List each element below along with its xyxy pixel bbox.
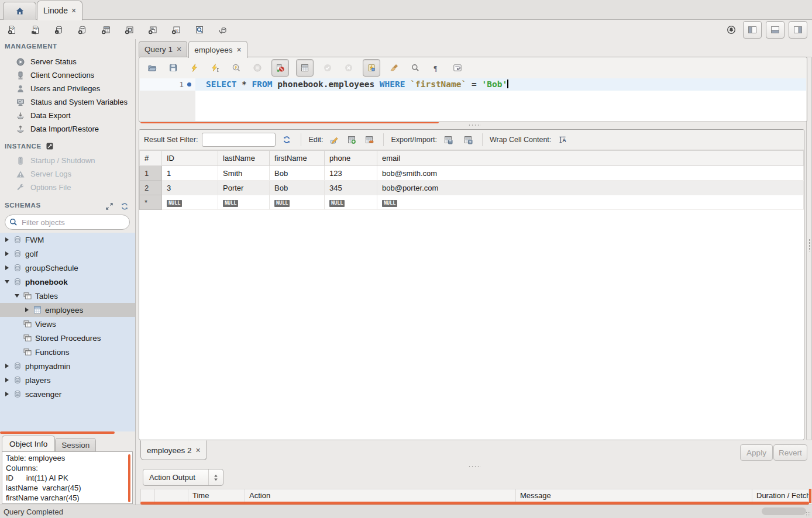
cell[interactable]: 345 — [325, 181, 377, 195]
chevron-right-icon[interactable] — [4, 251, 10, 256]
close-icon[interactable]: × — [71, 6, 76, 15]
invisible-chars-button[interactable]: ¶ — [429, 61, 443, 75]
output-column-time[interactable]: Time — [188, 489, 245, 502]
result-set-filter-input[interactable] — [202, 133, 276, 147]
cell[interactable]: Bob — [270, 166, 325, 181]
chevron-right-icon[interactable] — [4, 265, 10, 270]
cell[interactable]: NULL — [377, 195, 804, 210]
schema-filter-input[interactable] — [20, 217, 129, 227]
tab-query-1[interactable]: Query 1 × — [139, 41, 187, 57]
close-icon[interactable]: × — [196, 446, 201, 455]
export-records-button[interactable] — [441, 133, 455, 147]
cell[interactable]: NULL — [162, 195, 218, 210]
create-view-button[interactable] — [122, 22, 137, 37]
schema-info-button[interactable] — [51, 22, 67, 37]
save-button[interactable] — [166, 61, 180, 75]
table-row[interactable]: 11SmithBob123bob@smith.com — [140, 166, 804, 181]
sidebar-item-server-logs[interactable]: Server Logs — [0, 167, 135, 181]
cell[interactable]: NULL — [325, 195, 377, 210]
reconnect-db-button[interactable] — [215, 22, 230, 37]
connection-tab[interactable]: Linode × — [37, 1, 82, 20]
open-file-button[interactable] — [145, 61, 159, 75]
tree-item-fwm[interactable]: FWM — [0, 233, 135, 247]
edit-record-button[interactable] — [327, 133, 341, 147]
sidebar-item-data-export[interactable]: Data Export — [0, 109, 135, 122]
find-button[interactable] — [408, 61, 422, 75]
import-records-button[interactable] — [461, 133, 475, 147]
tree-item-players[interactable]: players — [0, 373, 135, 387]
notifications-button[interactable] — [724, 22, 739, 37]
table-row[interactable]: 23PorterBob345bob@porter.com — [140, 181, 804, 195]
cell[interactable]: bob@smith.com — [377, 166, 804, 181]
home-tab[interactable] — [3, 2, 36, 20]
toggle-right-panel-button[interactable] — [789, 21, 807, 39]
autocommit-button[interactable] — [363, 59, 380, 77]
execute-current-button[interactable] — [208, 61, 222, 75]
output-column-empty[interactable] — [155, 489, 188, 502]
toggle-left-panel-button[interactable] — [743, 21, 762, 39]
cell[interactable]: Smith — [218, 166, 270, 181]
chevron-right-icon[interactable] — [4, 378, 10, 382]
tree-item-tables[interactable]: Tables — [0, 289, 135, 303]
add-record-button[interactable] — [345, 133, 359, 147]
selector-stepper[interactable] — [208, 469, 223, 485]
execute-button[interactable] — [187, 61, 201, 75]
explain-button[interactable] — [229, 61, 243, 75]
refresh-schemas-icon[interactable] — [120, 202, 129, 211]
output-column-action[interactable]: Action — [245, 489, 516, 502]
open-sql-file-button[interactable]: SQL — [28, 22, 43, 37]
tree-item-employees[interactable]: employees — [0, 303, 135, 317]
column-header-row-number[interactable]: # — [140, 151, 162, 166]
cell[interactable]: bob@porter.com — [377, 181, 804, 195]
column-header-email[interactable]: email — [377, 151, 804, 166]
tree-item-golf[interactable]: golf — [0, 247, 135, 261]
revert-button[interactable]: Revert — [773, 444, 807, 461]
expand-icon[interactable] — [105, 202, 114, 211]
chevron-right-icon[interactable] — [23, 308, 30, 312]
action-output-selector[interactable]: Action Output — [143, 469, 223, 486]
sidebar-item-server-status[interactable]: Server Status — [0, 55, 135, 68]
cell[interactable]: 123 — [325, 166, 377, 181]
code-area[interactable]: SELECT * FROM phonebook.employees WHERE … — [195, 78, 806, 121]
create-table-button[interactable] — [98, 22, 113, 37]
tree-item-stored-procedures[interactable]: Stored Procedures — [0, 331, 135, 345]
column-header-firstname[interactable]: firstName — [270, 151, 325, 166]
toggle-bottom-panel-button[interactable] — [766, 21, 785, 39]
tab-session[interactable]: Session — [55, 438, 96, 452]
sidebar-item-startup-shutdown[interactable]: Startup / Shutdown — [0, 154, 135, 167]
column-header-lastname[interactable]: lastName — [218, 151, 270, 166]
cell[interactable]: Porter — [218, 181, 270, 195]
refresh-button[interactable] — [280, 133, 294, 147]
output-column-empty[interactable] — [141, 489, 155, 502]
close-icon[interactable]: × — [237, 45, 242, 54]
placeholder-row[interactable]: *NULLNULLNULLNULLNULL — [140, 195, 804, 210]
wrap-text-button[interactable] — [450, 61, 465, 75]
resize-grip[interactable] — [806, 512, 811, 517]
new-sql-tab-button[interactable]: SQL — [5, 22, 20, 37]
wrap-content-button[interactable]: A — [555, 133, 569, 147]
commit-button[interactable] — [321, 61, 335, 75]
create-schema-button[interactable] — [75, 22, 90, 37]
tree-item-groupschedule[interactable]: groupSchedule — [0, 261, 135, 275]
column-header-phone[interactable]: phone — [325, 151, 377, 166]
editor-result-splitter[interactable] — [468, 124, 481, 126]
output-column-duration-fetch[interactable]: Duration / Fetch — [752, 489, 809, 502]
sidebar-horizontal-scrollbar[interactable] — [0, 431, 115, 434]
create-function-button[interactable]: f() — [168, 22, 184, 37]
tree-item-functions[interactable]: Functions — [0, 345, 135, 359]
column-header-id[interactable]: ID — [162, 151, 218, 166]
limit-rows-button[interactable] — [296, 59, 314, 77]
toggle-stop-on-error-button[interactable] — [271, 59, 289, 77]
cell[interactable]: Bob — [270, 181, 325, 195]
sidebar-item-data-import-restore[interactable]: Data Import/Restore — [0, 122, 135, 136]
tree-item-views[interactable]: Views — [0, 317, 135, 331]
sql-editor[interactable]: 1 SELECT * FROM phonebook.employees WHER… — [140, 78, 806, 121]
output-column-message[interactable]: Message — [516, 489, 752, 502]
tab-employees-2[interactable]: employees 2 × — [140, 440, 207, 460]
search-data-button[interactable] — [192, 22, 207, 37]
cell[interactable]: NULL — [218, 195, 270, 210]
cell[interactable]: 3 — [162, 181, 218, 195]
chevron-down-icon[interactable] — [13, 294, 20, 298]
tree-item-phpmyadmin[interactable]: phpmyadmin — [0, 359, 135, 373]
chevron-down-icon[interactable] — [4, 280, 10, 284]
